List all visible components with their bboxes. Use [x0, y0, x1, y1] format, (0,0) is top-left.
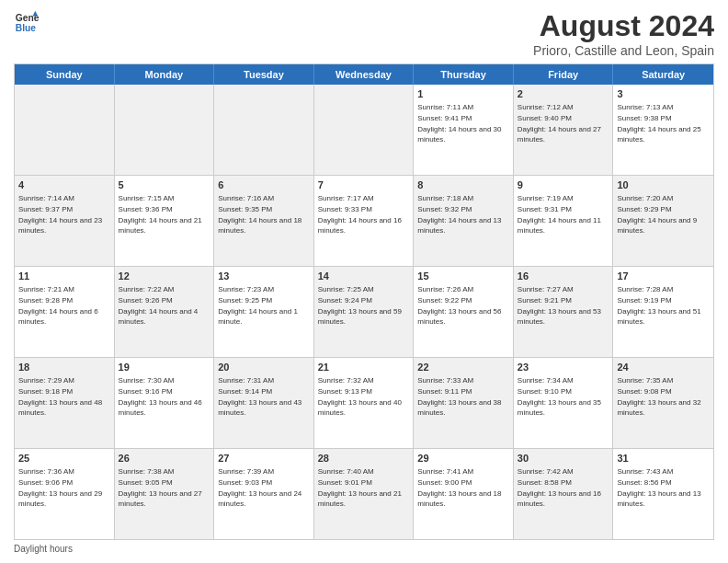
header-day-monday: Monday: [115, 64, 215, 85]
day-info: Sunrise: 7:28 AM Sunset: 9:19 PM Dayligh…: [617, 284, 710, 327]
day-info: Sunrise: 7:22 AM Sunset: 9:26 PM Dayligh…: [119, 284, 210, 327]
cal-cell: 5Sunrise: 7:15 AM Sunset: 9:36 PM Daylig…: [115, 176, 215, 266]
day-info: Sunrise: 7:11 AM Sunset: 9:41 PM Dayligh…: [417, 102, 509, 144]
day-info: Sunrise: 7:30 AM Sunset: 9:16 PM Dayligh…: [119, 375, 210, 418]
cal-cell: [314, 85, 415, 175]
day-info: Sunrise: 7:29 AM Sunset: 9:18 PM Dayligh…: [18, 375, 110, 418]
cal-cell: 24Sunrise: 7:35 AM Sunset: 9:08 PM Dayli…: [613, 358, 713, 448]
day-info: Sunrise: 7:39 AM Sunset: 9:03 PM Dayligh…: [218, 466, 310, 509]
day-number: 23: [518, 361, 609, 374]
cal-week-1: 1Sunrise: 7:11 AM Sunset: 9:41 PM Daylig…: [15, 85, 713, 176]
day-info: Sunrise: 7:43 AM Sunset: 8:56 PM Dayligh…: [617, 466, 710, 509]
cal-cell: 6Sunrise: 7:16 AM Sunset: 9:35 PM Daylig…: [214, 176, 314, 266]
cal-cell: 11Sunrise: 7:21 AM Sunset: 9:28 PM Dayli…: [15, 267, 115, 357]
day-number: 10: [617, 178, 710, 192]
header-day-tuesday: Tuesday: [214, 64, 314, 85]
day-number: 11: [18, 270, 110, 283]
day-number: 20: [218, 361, 310, 374]
day-number: 21: [318, 361, 410, 374]
cal-cell: 7Sunrise: 7:17 AM Sunset: 9:33 PM Daylig…: [314, 176, 415, 266]
cal-cell: 30Sunrise: 7:42 AM Sunset: 8:58 PM Dayli…: [514, 449, 614, 539]
cal-cell: 25Sunrise: 7:36 AM Sunset: 9:06 PM Dayli…: [15, 449, 115, 539]
day-info: Sunrise: 7:18 AM Sunset: 9:32 PM Dayligh…: [417, 193, 509, 236]
cal-cell: 9Sunrise: 7:19 AM Sunset: 9:31 PM Daylig…: [514, 176, 614, 266]
cal-cell: 20Sunrise: 7:31 AM Sunset: 9:14 PM Dayli…: [214, 358, 314, 448]
cal-cell: 23Sunrise: 7:34 AM Sunset: 9:10 PM Dayli…: [514, 358, 614, 448]
day-info: Sunrise: 7:42 AM Sunset: 8:58 PM Dayligh…: [518, 466, 609, 509]
day-number: 7: [318, 178, 410, 192]
day-number: 17: [617, 270, 710, 283]
day-number: 18: [18, 361, 110, 374]
day-info: Sunrise: 7:25 AM Sunset: 9:24 PM Dayligh…: [318, 284, 410, 327]
cal-cell: 2Sunrise: 7:12 AM Sunset: 9:40 PM Daylig…: [514, 85, 614, 175]
day-info: Sunrise: 7:26 AM Sunset: 9:22 PM Dayligh…: [417, 284, 509, 327]
day-number: 29: [417, 452, 509, 465]
day-info: Sunrise: 7:13 AM Sunset: 9:38 PM Dayligh…: [617, 102, 710, 144]
day-info: Sunrise: 7:32 AM Sunset: 9:13 PM Dayligh…: [318, 375, 410, 418]
day-number: 14: [318, 270, 410, 283]
cal-cell: 8Sunrise: 7:18 AM Sunset: 9:32 PM Daylig…: [414, 176, 514, 266]
day-info: Sunrise: 7:40 AM Sunset: 9:01 PM Dayligh…: [318, 466, 410, 509]
header-day-saturday: Saturday: [613, 64, 713, 85]
day-number: 4: [18, 178, 110, 192]
day-number: 22: [417, 361, 509, 374]
cal-cell: 18Sunrise: 7:29 AM Sunset: 9:18 PM Dayli…: [15, 358, 115, 448]
day-number: 15: [417, 270, 509, 283]
day-info: Sunrise: 7:34 AM Sunset: 9:10 PM Dayligh…: [518, 375, 609, 418]
day-info: Sunrise: 7:16 AM Sunset: 9:35 PM Dayligh…: [218, 193, 310, 236]
cal-cell: 27Sunrise: 7:39 AM Sunset: 9:03 PM Dayli…: [214, 449, 314, 539]
day-info: Sunrise: 7:12 AM Sunset: 9:40 PM Dayligh…: [518, 102, 609, 144]
cal-week-5: 25Sunrise: 7:36 AM Sunset: 9:06 PM Dayli…: [15, 449, 713, 539]
cal-cell: 13Sunrise: 7:23 AM Sunset: 9:25 PM Dayli…: [214, 267, 314, 357]
calendar-header: SundayMondayTuesdayWednesdayThursdayFrid…: [15, 64, 713, 85]
day-number: 19: [119, 361, 210, 374]
cal-cell: [214, 85, 314, 175]
subtitle: Prioro, Castille and Leon, Spain: [533, 43, 714, 58]
cal-cell: 3Sunrise: 7:13 AM Sunset: 9:38 PM Daylig…: [613, 85, 713, 175]
day-info: Sunrise: 7:19 AM Sunset: 9:31 PM Dayligh…: [518, 193, 609, 236]
logo: General Blue: [14, 9, 40, 35]
calendar-body: 1Sunrise: 7:11 AM Sunset: 9:41 PM Daylig…: [15, 85, 713, 539]
header-day-wednesday: Wednesday: [314, 64, 415, 85]
svg-text:Blue: Blue: [16, 23, 37, 33]
cal-week-3: 11Sunrise: 7:21 AM Sunset: 9:28 PM Dayli…: [15, 267, 713, 358]
cal-cell: 31Sunrise: 7:43 AM Sunset: 8:56 PM Dayli…: [613, 449, 713, 539]
day-info: Sunrise: 7:31 AM Sunset: 9:14 PM Dayligh…: [218, 375, 310, 418]
day-number: 9: [518, 178, 609, 192]
footer-note: Daylight hours: [14, 544, 714, 554]
day-info: Sunrise: 7:23 AM Sunset: 9:25 PM Dayligh…: [218, 284, 310, 327]
main-title: August 2024: [533, 9, 714, 43]
day-number: 6: [218, 178, 310, 192]
day-info: Sunrise: 7:33 AM Sunset: 9:11 PM Dayligh…: [417, 375, 509, 418]
day-info: Sunrise: 7:17 AM Sunset: 9:33 PM Dayligh…: [318, 193, 410, 236]
cal-cell: 14Sunrise: 7:25 AM Sunset: 9:24 PM Dayli…: [314, 267, 415, 357]
logo-icon: General Blue: [14, 9, 40, 35]
day-number: 1: [417, 87, 509, 101]
day-info: Sunrise: 7:20 AM Sunset: 9:29 PM Dayligh…: [617, 193, 710, 236]
day-number: 24: [617, 361, 710, 374]
cal-cell: 1Sunrise: 7:11 AM Sunset: 9:41 PM Daylig…: [414, 85, 514, 175]
day-number: 5: [119, 178, 210, 192]
cal-cell: 16Sunrise: 7:27 AM Sunset: 9:21 PM Dayli…: [514, 267, 614, 357]
day-info: Sunrise: 7:14 AM Sunset: 9:37 PM Dayligh…: [18, 193, 110, 236]
header-day-sunday: Sunday: [15, 64, 115, 85]
day-number: 3: [617, 87, 710, 101]
day-info: Sunrise: 7:27 AM Sunset: 9:21 PM Dayligh…: [518, 284, 609, 327]
cal-cell: 29Sunrise: 7:41 AM Sunset: 9:00 PM Dayli…: [414, 449, 514, 539]
title-block: August 2024 Prioro, Castille and Leon, S…: [533, 9, 714, 58]
day-number: 27: [218, 452, 310, 465]
day-number: 26: [119, 452, 210, 465]
day-number: 2: [518, 87, 609, 101]
calendar: SundayMondayTuesdayWednesdayThursdayFrid…: [14, 63, 714, 540]
day-number: 8: [417, 178, 509, 192]
day-number: 30: [518, 452, 609, 465]
day-number: 28: [318, 452, 410, 465]
day-info: Sunrise: 7:38 AM Sunset: 9:05 PM Dayligh…: [119, 466, 210, 509]
cal-cell: 19Sunrise: 7:30 AM Sunset: 9:16 PM Dayli…: [115, 358, 215, 448]
day-info: Sunrise: 7:35 AM Sunset: 9:08 PM Dayligh…: [617, 375, 710, 418]
cal-cell: [115, 85, 215, 175]
cal-cell: 10Sunrise: 7:20 AM Sunset: 9:29 PM Dayli…: [613, 176, 713, 266]
day-number: 25: [18, 452, 110, 465]
day-info: Sunrise: 7:36 AM Sunset: 9:06 PM Dayligh…: [18, 466, 110, 509]
day-number: 13: [218, 270, 310, 283]
